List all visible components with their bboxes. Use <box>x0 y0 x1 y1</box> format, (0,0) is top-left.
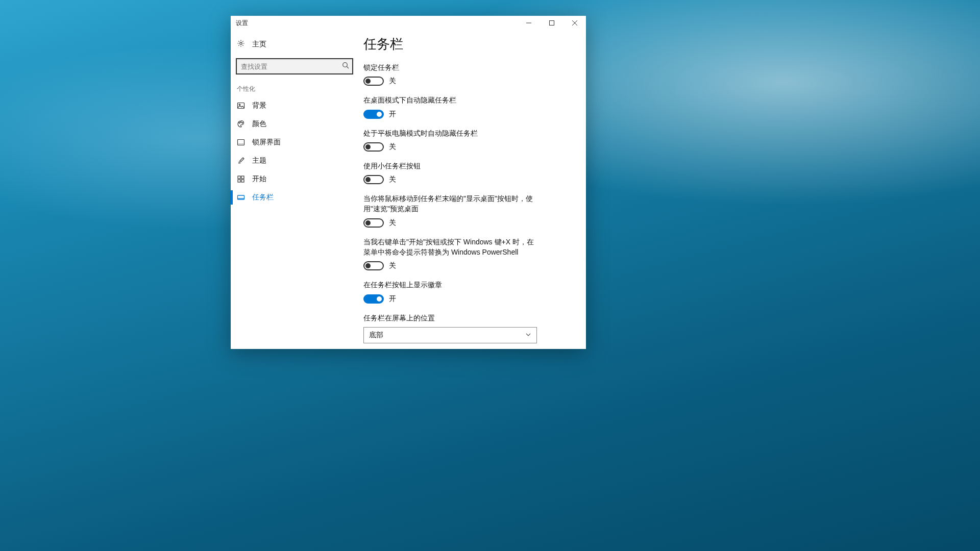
sidebar-item-label: 背景 <box>252 101 266 110</box>
setting-small-buttons: 使用小任务栏按钮 关 <box>363 161 566 184</box>
toggle-state: 开 <box>389 294 396 304</box>
toggle-autohide-tablet[interactable] <box>363 142 384 152</box>
page-title: 任务栏 <box>363 35 566 53</box>
sidebar-item-themes[interactable]: 主题 <box>231 152 358 170</box>
svg-rect-15 <box>241 176 244 179</box>
setting-label: 在任务栏按钮上显示徽章 <box>363 280 537 290</box>
sidebar-item-colors[interactable]: 颜色 <box>231 115 358 133</box>
palette-icon <box>237 120 245 128</box>
svg-point-5 <box>343 63 348 67</box>
sidebar-home-label: 主页 <box>252 40 266 49</box>
setting-lock-taskbar: 锁定任务栏 关 <box>363 62 566 86</box>
sidebar-item-start[interactable]: 开始 <box>231 170 358 188</box>
dropdown-taskbar-position[interactable]: 底部 <box>363 327 537 343</box>
svg-point-8 <box>239 104 240 105</box>
chevron-down-icon <box>525 331 531 339</box>
setting-label: 任务栏在屏幕上的位置 <box>363 313 537 323</box>
svg-line-6 <box>347 66 349 68</box>
sidebar-item-background[interactable]: 背景 <box>231 96 358 115</box>
minimize-button[interactable] <box>517 16 540 30</box>
svg-rect-1 <box>549 21 554 26</box>
svg-rect-18 <box>238 195 244 199</box>
sidebar-home[interactable]: 主页 <box>231 34 358 54</box>
toggle-state: 关 <box>389 77 396 86</box>
setting-autohide-desktop: 在桌面模式下自动隐藏任务栏 开 <box>363 95 566 118</box>
dropdown-value: 底部 <box>369 331 383 340</box>
titlebar[interactable]: 设置 <box>231 16 586 30</box>
sidebar-item-label: 锁屏界面 <box>252 138 281 147</box>
brush-icon <box>237 157 245 165</box>
toggle-state: 关 <box>389 218 396 228</box>
toggle-lock-taskbar[interactable] <box>363 77 384 86</box>
svg-point-4 <box>240 42 242 44</box>
svg-rect-17 <box>241 180 244 182</box>
svg-rect-16 <box>238 180 240 182</box>
svg-point-11 <box>242 122 243 123</box>
start-icon <box>237 175 245 183</box>
sidebar-item-taskbar[interactable]: 任务栏 <box>231 188 358 207</box>
svg-rect-7 <box>238 103 244 109</box>
close-button[interactable] <box>563 16 586 30</box>
sidebar-item-label: 主题 <box>252 156 266 165</box>
setting-label: 使用小任务栏按钮 <box>363 161 537 171</box>
setting-label: 在桌面模式下自动隐藏任务栏 <box>363 95 537 105</box>
window-title: 设置 <box>236 19 248 28</box>
toggle-state: 开 <box>389 110 396 119</box>
sidebar-item-label: 颜色 <box>252 119 266 129</box>
gear-icon <box>237 39 245 49</box>
sidebar-section-label: 个性化 <box>231 80 358 96</box>
svg-rect-13 <box>238 143 244 145</box>
maximize-button[interactable] <box>540 16 563 30</box>
svg-point-10 <box>240 122 241 123</box>
toggle-show-badges[interactable] <box>363 294 384 304</box>
setting-powershell: 当我右键单击"开始"按钮或按下 Windows 键+X 时，在菜单中将命令提示符… <box>363 237 566 271</box>
setting-label: 当你将鼠标移动到任务栏末端的"显示桌面"按钮时，使用"速览"预览桌面 <box>363 193 537 214</box>
sidebar-item-label: 任务栏 <box>252 193 274 202</box>
setting-peek-desktop: 当你将鼠标移动到任务栏末端的"显示桌面"按钮时，使用"速览"预览桌面 关 <box>363 193 566 228</box>
toggle-state: 关 <box>389 261 396 270</box>
toggle-state: 关 <box>389 175 396 184</box>
setting-taskbar-position: 任务栏在屏幕上的位置 底部 <box>363 313 566 343</box>
toggle-small-buttons[interactable] <box>363 175 384 184</box>
sidebar-item-lockscreen[interactable]: 锁屏界面 <box>231 133 358 152</box>
settings-window: 设置 主页 <box>231 16 586 349</box>
setting-label: 锁定任务栏 <box>363 62 537 72</box>
toggle-peek-desktop[interactable] <box>363 218 384 228</box>
lockscreen-icon <box>237 138 245 146</box>
sidebar-item-label: 开始 <box>252 174 266 184</box>
setting-label: 当我右键单击"开始"按钮或按下 Windows 键+X 时，在菜单中将命令提示符… <box>363 237 537 258</box>
toggle-state: 关 <box>389 142 396 152</box>
search-input-wrap <box>236 58 353 74</box>
search-icon <box>342 62 349 71</box>
picture-icon <box>237 102 245 110</box>
setting-label: 处于平板电脑模式时自动隐藏任务栏 <box>363 128 537 138</box>
content-pane: 任务栏 锁定任务栏 关 在桌面模式下自动隐藏任务栏 开 处于平板电脑模式时自动隐… <box>358 30 586 349</box>
search-input[interactable] <box>236 58 353 74</box>
svg-point-9 <box>239 122 240 123</box>
setting-show-badges: 在任务栏按钮上显示徽章 开 <box>363 280 566 303</box>
sidebar: 主页 个性化 背景 颜色 锁屏界面 <box>231 30 358 349</box>
taskbar-icon <box>237 193 245 202</box>
setting-autohide-tablet: 处于平板电脑模式时自动隐藏任务栏 关 <box>363 128 566 152</box>
toggle-powershell[interactable] <box>363 261 384 270</box>
svg-rect-14 <box>238 176 240 179</box>
toggle-autohide-desktop[interactable] <box>363 110 384 119</box>
